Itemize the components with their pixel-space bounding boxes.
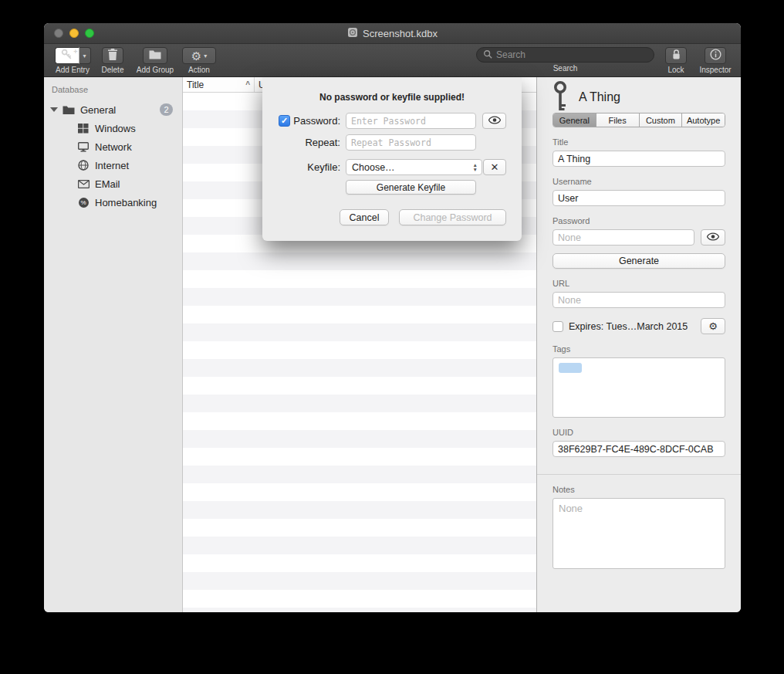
- keyfile-label: Keyfile:: [279, 161, 340, 173]
- entry-title: A Thing: [579, 90, 620, 104]
- clear-keyfile-button[interactable]: ✕: [483, 159, 506, 175]
- inspector-panel: A Thing General Files Custom Autotype Ti…: [537, 77, 741, 612]
- tab-files[interactable]: Files: [596, 113, 640, 127]
- search-icon: [483, 48, 492, 62]
- window-title: Screenshot.kdbx: [363, 28, 438, 39]
- inspector-button[interactable]: [705, 47, 726, 64]
- url-label: URL: [553, 279, 725, 288]
- coin-percent-icon: %: [76, 198, 90, 208]
- add-group-button[interactable]: [143, 47, 167, 64]
- key-plus-icon: [61, 49, 73, 63]
- windows-icon: [76, 124, 90, 134]
- sidebar-item-label: Windows: [95, 123, 136, 134]
- sidebar-group-label: General: [80, 104, 116, 116]
- tags-field[interactable]: [553, 357, 725, 418]
- info-icon: [710, 49, 721, 63]
- inspector-header: A Thing: [553, 77, 725, 113]
- chevron-down-icon: ▾: [204, 52, 207, 59]
- globe-icon: [76, 160, 90, 171]
- sidebar-item-windows[interactable]: Windows: [44, 119, 182, 137]
- reveal-password-button[interactable]: [701, 229, 725, 246]
- tag-chip[interactable]: [559, 363, 582, 373]
- reveal-password-button[interactable]: [482, 113, 506, 129]
- repeat-input[interactable]: [346, 134, 476, 151]
- generate-keyfile-button[interactable]: Generate Keyfile: [346, 180, 476, 195]
- notes-field[interactable]: [553, 498, 725, 569]
- eye-icon: [488, 115, 501, 127]
- eye-icon: [707, 232, 719, 243]
- add-entry-dropdown-button[interactable]: ▾: [79, 47, 91, 64]
- delete-button[interactable]: [102, 47, 123, 64]
- column-header-title[interactable]: Title ^: [183, 77, 255, 92]
- add-entry-label: Add Entry: [56, 66, 90, 74]
- sidebar-item-network[interactable]: Network: [44, 137, 182, 156]
- notes-label: Notes: [553, 485, 725, 494]
- action-button[interactable]: ⚙ ▾: [182, 47, 216, 64]
- plus-glyph: +: [73, 48, 77, 56]
- monitor-icon: [76, 142, 90, 152]
- inspector-label: Inspector: [699, 66, 731, 74]
- tab-custom[interactable]: Custom: [640, 113, 683, 127]
- sidebar-item-label: Network: [95, 141, 132, 153]
- keyfile-popup-button[interactable]: Choose… ▲ ▼: [346, 159, 482, 175]
- close-button[interactable]: [54, 29, 63, 38]
- change-password-button[interactable]: Change Password: [399, 209, 506, 225]
- minimize-button[interactable]: [69, 29, 79, 38]
- expires-label: Expires: Tues…March 2015: [569, 321, 695, 332]
- trash-icon: [108, 49, 117, 63]
- traffic-lights: [54, 29, 94, 38]
- username-field[interactable]: [553, 190, 725, 206]
- zoom-button[interactable]: [85, 29, 94, 38]
- password-field[interactable]: [553, 229, 694, 246]
- search-label: Search: [553, 64, 578, 73]
- expires-settings-button[interactable]: ⚙: [701, 318, 725, 334]
- title-field[interactable]: [553, 151, 725, 167]
- envelope-icon: [76, 180, 90, 188]
- lock-button[interactable]: [665, 47, 687, 64]
- tab-general[interactable]: General: [553, 113, 596, 127]
- sidebar: Database General 2 Windows: [44, 77, 183, 612]
- add-group-label: Add Group: [137, 66, 174, 74]
- sidebar-item-email[interactable]: EMail: [44, 174, 182, 193]
- change-password-sheet: No password or keyfile supplied! ✓ Passw…: [262, 77, 522, 241]
- sidebar-item-internet[interactable]: Internet: [44, 156, 182, 174]
- popup-stepper-icon: ▲ ▼: [473, 163, 478, 171]
- cancel-button[interactable]: Cancel: [340, 209, 389, 225]
- password-label: Password: [553, 216, 725, 225]
- add-entry-button[interactable]: +: [55, 47, 79, 64]
- repeat-label: Repeat:: [279, 137, 340, 148]
- sidebar-item-homebanking[interactable]: % Homebanking: [44, 193, 182, 212]
- action-label: Action: [188, 66, 210, 74]
- search-field[interactable]: [476, 47, 654, 63]
- divider: [537, 474, 741, 475]
- desktop-background: Screenshot.kdbx + ▾ Add Entry: [0, 0, 784, 674]
- close-icon: ✕: [491, 161, 499, 173]
- expires-row: Expires: Tues…March 2015 ⚙: [553, 318, 725, 334]
- toolbar: + ▾ Add Entry Delete: [44, 44, 741, 77]
- sheet-message: No password or keyfile supplied!: [262, 92, 522, 103]
- expires-checkbox[interactable]: [553, 321, 563, 332]
- window-title-area: Screenshot.kdbx: [44, 23, 741, 43]
- uuid-field[interactable]: [553, 441, 725, 457]
- titlebar: Screenshot.kdbx: [44, 23, 741, 44]
- gear-icon: ⚙: [708, 320, 718, 332]
- uuid-label: UUID: [553, 428, 725, 437]
- key-icon: [553, 80, 568, 115]
- document-icon: [347, 27, 358, 40]
- sidebar-group-general[interactable]: General 2: [44, 100, 182, 119]
- delete-label: Delete: [102, 66, 124, 74]
- chevron-down-icon: ▾: [83, 52, 86, 59]
- username-label: Username: [553, 177, 725, 186]
- tags-label: Tags: [553, 344, 725, 354]
- lock-icon: [672, 49, 681, 63]
- url-field[interactable]: [553, 292, 725, 308]
- disclosure-triangle-icon[interactable]: [50, 107, 58, 112]
- lock-label: Lock: [667, 66, 684, 74]
- tab-autotype[interactable]: Autotype: [682, 113, 725, 127]
- search-input[interactable]: [496, 49, 647, 60]
- folder-plus-icon: [149, 50, 161, 62]
- sidebar-item-label: EMail: [95, 178, 120, 190]
- password-input[interactable]: [346, 113, 476, 129]
- generate-password-button[interactable]: Generate: [553, 253, 725, 269]
- sort-ascending-icon: ^: [245, 80, 250, 89]
